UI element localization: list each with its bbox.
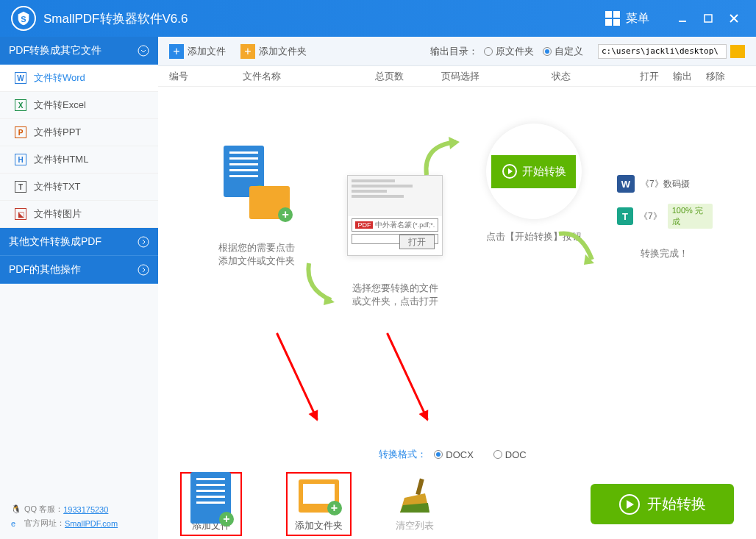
- html-icon: H: [15, 154, 26, 165]
- ppt-icon: P: [15, 126, 26, 138]
- app-title: SmallPDF转换器软件V6.6: [43, 10, 188, 27]
- image-icon: ⬕: [15, 208, 26, 220]
- step1-text2: 添加文件或文件夹: [194, 254, 319, 268]
- section-title: 其他文件转换成PDF: [9, 235, 101, 249]
- radio-original-folder[interactable]: 原文件夹: [484, 45, 534, 58]
- col-name: 文件名称: [243, 70, 375, 83]
- sidebar-item-word[interactable]: W 文件转Word: [0, 65, 158, 92]
- radio-doc[interactable]: DOC: [493, 449, 527, 460]
- chevron-right-icon: [138, 264, 149, 276]
- step4-text: 转换完成！: [610, 247, 720, 260]
- action-label: 清空列表: [396, 519, 434, 532]
- menu-label: 菜单: [626, 11, 649, 26]
- toolbar-add-folder-label: 添加文件夹: [259, 45, 307, 58]
- arrow-icon: [552, 226, 603, 278]
- radio-label: 原文件夹: [496, 45, 534, 58]
- qq-label: QQ 客服：: [24, 504, 63, 515]
- col-number: 编号: [169, 70, 243, 83]
- sidebar-item-label: 文件转图片: [34, 207, 82, 221]
- chevron-right-icon: [138, 236, 149, 248]
- toolbar-add-folder[interactable]: + 添加文件夹: [240, 44, 307, 59]
- radio-label: 自定义: [554, 45, 583, 58]
- radio-icon: [484, 47, 493, 56]
- step2-text1: 选择您要转换的文件: [332, 282, 457, 295]
- bottom-bar: + 添加文件 + 添加文件夹 清空列表: [158, 469, 756, 539]
- guide-step-4: W 《7》数码摄 T 《7》 100% 完成 转换完成！: [610, 175, 720, 308]
- radio-custom-folder[interactable]: 自定义: [543, 45, 583, 58]
- site-link[interactable]: SmallPDF.com: [65, 519, 118, 528]
- title-bar: S SmallPDF转换器软件V6.6 菜单: [0, 0, 756, 37]
- word-icon: W: [15, 72, 26, 84]
- broom-icon: [396, 476, 433, 516]
- format-label: 转换格式：: [379, 448, 427, 461]
- sidebar-item-label: 文件转HTML: [34, 153, 88, 166]
- ie-icon: e: [11, 519, 21, 528]
- add-file-icon: +: [169, 44, 184, 59]
- browse-folder-button[interactable]: [730, 45, 745, 58]
- svg-point-5: [138, 46, 149, 56]
- bottom-add-folder[interactable]: + 添加文件夹: [286, 472, 352, 536]
- radio-icon: [543, 47, 552, 56]
- toolbar: + 添加文件 + 添加文件夹 输出目录： 原文件夹 自定义: [158, 37, 756, 66]
- guide-step-2: PDF中外著名篆(*.pdf;*. 打开 选择您要转换的文件 或文件夹，点击打开: [332, 175, 457, 308]
- col-open: 打开: [640, 70, 673, 83]
- svg-rect-9: [416, 478, 424, 495]
- excel-icon: X: [15, 99, 26, 111]
- sidebar-item-label: 文件转TXT: [34, 180, 81, 193]
- sidebar-item-label: 文件转PPT: [34, 126, 81, 139]
- action-label: 添加文件夹: [295, 519, 343, 532]
- add-folder-icon: +: [240, 44, 255, 59]
- maximize-button[interactable]: [697, 7, 719, 29]
- svg-rect-2: [705, 15, 712, 22]
- toolbar-add-file-label: 添加文件: [188, 45, 226, 58]
- sidebar-item-txt[interactable]: T 文件转TXT: [0, 174, 158, 201]
- section-title: PDF转换成其它文件: [9, 44, 101, 57]
- svg-point-7: [138, 265, 149, 275]
- toolbar-add-file[interactable]: + 添加文件: [169, 44, 226, 59]
- output-label: 输出目录：: [430, 45, 478, 58]
- start-label: 开始转换: [647, 494, 706, 514]
- section-other-to-pdf[interactable]: 其他文件转换成PDF: [0, 228, 158, 256]
- play-icon: [502, 163, 518, 179]
- site-label: 官方网址：: [24, 518, 65, 529]
- start-convert-button[interactable]: 开始转换: [591, 484, 734, 524]
- col-output: 输出: [673, 70, 706, 83]
- minimize-button[interactable]: [671, 7, 693, 29]
- radio-docx[interactable]: DOCX: [434, 449, 474, 460]
- menu-grid-icon: [605, 11, 620, 26]
- col-pages: 总页数: [375, 70, 441, 83]
- sidebar-item-label: 文件转Word: [34, 71, 85, 85]
- arrow-icon: [302, 260, 346, 311]
- menu-button[interactable]: 菜单: [605, 11, 649, 26]
- app-logo: S: [11, 6, 36, 31]
- section-pdf-to-other[interactable]: PDF转换成其它文件: [0, 37, 158, 65]
- sidebar-item-image[interactable]: ⬕ 文件转图片: [0, 201, 158, 228]
- qq-icon: 🐧: [11, 504, 21, 514]
- close-button[interactable]: [723, 7, 745, 29]
- annotation-arrow: [386, 332, 429, 420]
- guide-step-1: + + 根据您的需要点击 添加文件或文件夹: [194, 146, 319, 308]
- step2-text2: 或文件夹，点击打开: [332, 295, 457, 308]
- sidebar-item-label: 文件转Excel: [34, 99, 86, 112]
- sidebar-item-ppt[interactable]: P 文件转PPT: [0, 119, 158, 146]
- arrow-icon: [419, 135, 471, 186]
- step1-text1: 根据您的需要点击: [194, 241, 319, 254]
- output-path-input[interactable]: [598, 44, 727, 59]
- col-status: 状态: [552, 70, 640, 83]
- section-pdf-other-ops[interactable]: PDF的其他操作: [0, 256, 158, 284]
- sidebar-item-excel[interactable]: X 文件转Excel: [0, 92, 158, 119]
- sidebar: PDF转换成其它文件 W 文件转Word X 文件转Excel P 文件转PPT…: [0, 37, 158, 539]
- guide-step-3: 开始转换 点击【开始转换】按钮: [471, 124, 596, 308]
- sidebar-footer: 🐧 QQ 客服： 1933175230 e 官方网址： SmallPDF.com: [0, 496, 158, 539]
- play-icon: [619, 494, 640, 515]
- col-page-select: 页码选择: [441, 70, 552, 83]
- bottom-add-file[interactable]: + 添加文件: [180, 472, 242, 536]
- annotation-arrow: [276, 332, 318, 420]
- main-panel: + 添加文件 + 添加文件夹 输出目录： 原文件夹 自定义: [158, 37, 756, 539]
- bottom-clear-list[interactable]: 清空列表: [396, 476, 434, 532]
- qq-link[interactable]: 1933175230: [63, 505, 108, 514]
- sidebar-item-html[interactable]: H 文件转HTML: [0, 146, 158, 174]
- col-remove: 移除: [706, 70, 739, 83]
- dialog-open-button: 打开: [399, 235, 435, 249]
- svg-point-6: [138, 237, 149, 247]
